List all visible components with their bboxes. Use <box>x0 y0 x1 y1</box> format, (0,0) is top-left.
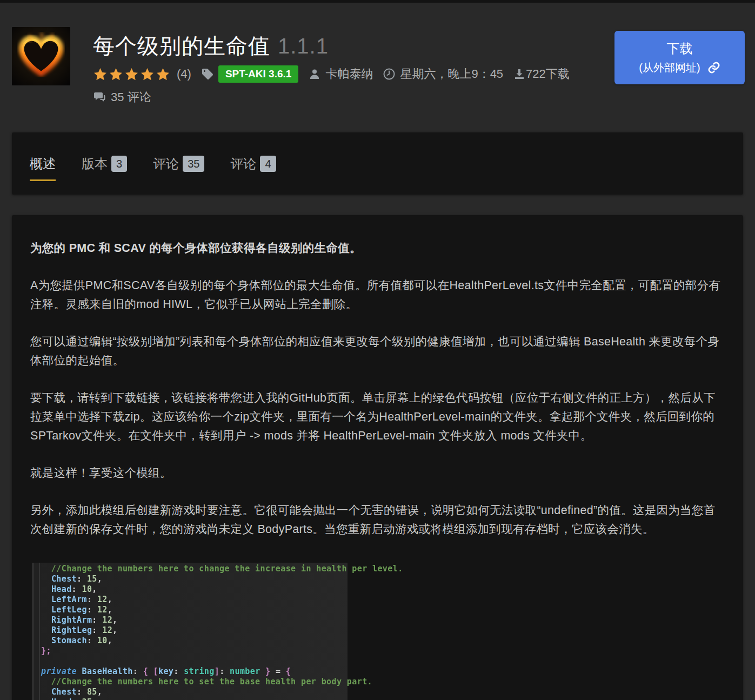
spt-version-badge[interactable]: SPT-AKI 3.6.1 <box>218 65 299 83</box>
code-token: , <box>97 687 102 697</box>
code-screenshot-thumbnail[interactable]: //Change the numbers here to change the … <box>32 563 348 700</box>
person-icon <box>308 68 321 81</box>
tab-count-badge: 4 <box>260 156 276 172</box>
code-token <box>41 697 51 700</box>
download-button-sublabel-row: (从外部网址) <box>639 61 720 75</box>
code-token: 12 <box>97 605 108 615</box>
download-button-label: 下载 <box>667 40 693 57</box>
rating-count: (4) <box>177 67 191 81</box>
code-line: LeftArm: 12, <box>41 595 348 605</box>
star-icon <box>109 67 123 82</box>
code-token: Stomach <box>51 636 87 645</box>
code-token: 12 <box>97 595 108 604</box>
code-token: Head <box>51 697 72 700</box>
meta-row: (4) SPT-AKI 3.6.1 卡帕泰纳 星期六，晚上9：45 722下载 <box>93 65 570 83</box>
tab-label: 版本 <box>82 155 108 172</box>
star-icon <box>156 67 170 82</box>
code-token: LeftLeg <box>51 605 87 615</box>
code-token: BaseHealth <box>82 666 132 676</box>
code-token: , <box>108 636 112 645</box>
code-token: , <box>108 595 112 604</box>
code-token: : <box>72 697 82 700</box>
code-line: Head: 10, <box>41 584 348 595</box>
mod-header: 每个级别的生命值1.1.1 (4) SPT-AKI 3.6.1 卡帕泰纳 星期六… <box>0 3 755 105</box>
star-icon <box>140 67 155 82</box>
updated-time: 星期六，晚上9：45 <box>400 66 503 82</box>
code-token <box>41 687 51 697</box>
code-token: ] <box>215 666 219 676</box>
code-token: }; <box>41 646 51 656</box>
code-token <box>260 666 265 676</box>
code-token: : <box>72 584 82 594</box>
download-button[interactable]: 下载 (从外部网址) <box>614 31 745 84</box>
code-token <box>41 595 51 604</box>
code-token: : <box>87 605 97 615</box>
tab-bar: 概述 版本 3 评论 35 评论 4 <box>12 132 743 195</box>
mod-version: 1.1.1 <box>278 34 329 58</box>
star-icon <box>93 67 108 82</box>
code-line: Chest: 85, <box>41 687 348 697</box>
tab-label: 评论 <box>230 155 256 172</box>
mod-description-card: 为您的 PMC 和 SCAV 的每个身体部位获得各自级别的生命值。A为您提供PM… <box>12 215 743 700</box>
comments-link[interactable]: 35 评论 <box>111 89 151 105</box>
header-text-block: 每个级别的生命值1.1.1 (4) SPT-AKI 3.6.1 卡帕泰纳 星期六… <box>93 27 570 105</box>
comments-icon <box>93 91 106 104</box>
tab-评论-3[interactable]: 评论 4 <box>230 148 276 180</box>
mod-icon-flaming-heart <box>12 27 70 85</box>
mod-title: 每个级别的生命值 <box>93 34 270 58</box>
code-token: = <box>276 666 286 676</box>
code-token: : <box>77 687 87 697</box>
code-token: : <box>173 666 184 676</box>
code-line: Head: 35, <box>41 697 348 700</box>
code-token: : <box>77 574 87 584</box>
tab-概述-0[interactable]: 概述 <box>30 148 56 180</box>
code-token: 12 <box>102 625 112 635</box>
clock-icon <box>383 68 396 81</box>
code-token: 10 <box>97 636 108 645</box>
external-link-icon <box>707 61 720 74</box>
code-token <box>41 625 51 635</box>
code-token: , <box>112 625 117 635</box>
tab-版本-1[interactable]: 版本 3 <box>82 148 127 180</box>
code-line: private BaseHealth: { [key: string]: num… <box>41 666 348 677</box>
star-icon <box>124 67 139 82</box>
code-token: //Change the numbers here to change the … <box>41 564 403 574</box>
download-count: 722下载 <box>526 66 570 82</box>
tab-count-badge: 35 <box>183 156 204 172</box>
comments-row: 35 评论 <box>93 89 570 105</box>
code-token: string <box>184 666 215 676</box>
code-token: 12 <box>102 615 112 625</box>
code-token: private <box>41 666 82 676</box>
code-token: , <box>97 574 102 584</box>
code-token: , <box>108 605 112 615</box>
code-token: RightArm <box>51 615 92 625</box>
code-line: //Change the numbers here to set the bas… <box>41 677 348 687</box>
code-token: key <box>158 666 173 676</box>
code-token: [ <box>153 666 158 676</box>
code-token <box>41 636 51 645</box>
code-token <box>41 615 51 625</box>
download-count-icon <box>513 68 526 81</box>
code-token: : <box>87 636 97 645</box>
code-token: : <box>92 615 102 625</box>
code-token: RightLeg <box>51 625 92 635</box>
code-token: 15 <box>87 574 97 584</box>
code-token: number <box>230 666 260 676</box>
code-token: : <box>87 595 97 604</box>
code-line: Chest: 15, <box>41 574 348 584</box>
code-token <box>41 574 51 584</box>
code-token: : <box>219 666 230 676</box>
code-token: } <box>265 666 276 676</box>
code-line <box>41 656 348 666</box>
author-link[interactable]: 卡帕泰纳 <box>325 66 373 82</box>
tag-icon <box>201 68 214 81</box>
page-title: 每个级别的生命值1.1.1 <box>93 34 570 58</box>
code-token: 10 <box>82 584 92 594</box>
code-line: RightArm: 12, <box>41 615 348 625</box>
rating-stars <box>93 67 171 82</box>
code-token: Head <box>51 584 72 594</box>
tab-评论-2[interactable]: 评论 35 <box>153 148 204 180</box>
code-token: LeftArm <box>51 595 87 604</box>
code-token: { <box>286 666 291 676</box>
code-token: Chest <box>51 687 77 697</box>
